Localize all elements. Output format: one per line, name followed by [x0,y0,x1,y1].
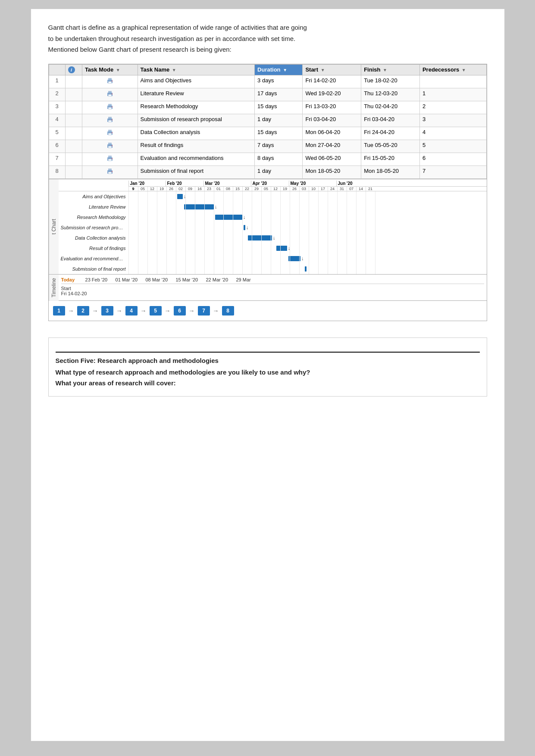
bar-end-arrow: ↓ [273,235,275,241]
row-mode [82,140,138,153]
row-finish: Mon 18-05-20 [361,166,420,178]
start-dropdown-icon[interactable]: ▼ [321,68,325,72]
bar-row: Research Methodology↓ [59,212,487,222]
svg-rect-21 [108,143,112,145]
week-15-mar: 15 [233,187,242,191]
node-3: 3 [101,306,113,316]
taskmode-dropdown-icon[interactable]: ▼ [116,68,120,72]
svg-rect-29 [108,169,112,171]
row-pred: 1 [419,88,486,101]
table-row: 5 Data Collection analysis 15 days Mon 0… [49,127,486,140]
bar-label: Evaluation and recommendations [59,256,128,261]
arrow-4-5: → [141,307,147,314]
row-mode [82,75,138,88]
svg-point-15 [112,119,113,120]
duration-dropdown-icon[interactable]: ▼ [283,68,287,72]
gantt-bar [276,246,287,251]
timeline-start-block: Start Fri 14-02-20 [61,286,484,296]
finish-dropdown-icon[interactable]: ▼ [383,68,387,72]
week-31-may: 31 [337,187,347,191]
week-03-may: 03 [299,187,309,191]
bar-container: ↓ [128,222,487,233]
gantt-bar [288,256,300,261]
bar-end-arrow: ↓ [288,245,291,251]
row-start: Mon 27-04-20 [303,140,361,153]
arrow-1-2: → [68,307,74,314]
node-8: 8 [222,306,234,316]
pred-dropdown-icon[interactable]: ▼ [462,68,466,72]
col-pred-header[interactable]: Predecessors ▼ [419,64,486,75]
row-num: 8 [49,166,65,178]
week-02-feb: 02 [176,187,185,191]
row-taskname: Aims and Objectives [138,75,255,88]
row-pred: 2 [419,101,486,114]
row-pred: 7 [419,166,486,178]
gantt-bar [177,194,183,199]
bar-row: Result of findings↓ [59,243,487,253]
row-duration: 15 days [255,127,303,140]
bar-row: Submission of final report [59,264,487,274]
row-pred: 3 [419,114,486,127]
row-num: 6 [49,140,65,153]
row-start: Wed 06-05-20 [303,153,361,166]
chart-months-header: Jan '20 Feb '20 Mar '20 Apr '20 May '20 … [59,179,487,191]
bar-label: Submission of research proposal [59,225,128,230]
col-taskmode-header[interactable]: Task Mode ▼ [82,64,138,75]
month-feb: Feb '20 [166,181,203,186]
bar-end-arrow: ↓ [184,194,186,200]
row-finish: Fri 24-04-20 [361,127,420,140]
timeline-section: Timeline Today 23 Feb '20 01 Mar '20 08 … [48,275,487,301]
months-row: Jan '20 Feb '20 Mar '20 Apr '20 May '20 … [128,181,487,187]
col-finish-header[interactable]: Finish ▼ [361,64,420,75]
week-9: 9 [128,187,138,191]
week-05-apr: 05 [261,187,271,191]
svg-point-19 [112,132,113,133]
col-duration-header[interactable]: Duration ▼ [255,64,303,75]
task-mode-icon [106,142,114,150]
week-26-jan: 26 [166,187,176,191]
node-box-4: 4 [125,306,138,316]
row-pred: 6 [419,153,486,166]
table-row: 2 Literature Review 17 days Wed 19-02-20… [49,88,486,101]
question-1: What type of research approach and metho… [56,369,480,376]
svg-point-11 [112,106,113,107]
row-mode [82,127,138,140]
svg-rect-6 [108,94,112,96]
row-num: 5 [49,127,65,140]
bar-row: Submission of research proposal↓ [59,222,487,233]
row-duration: 8 days [255,153,303,166]
arrow-5-6: → [165,307,171,314]
bottom-section: Section Five: Research approach and meth… [48,337,487,397]
row-duration: 1 day [255,166,303,178]
week-19-apr: 19 [280,187,290,191]
row-taskname: Evaluation and recommendations [138,153,255,166]
row-mode [82,114,138,127]
week-07-jun: 07 [347,187,356,191]
node-5: 5 [150,306,162,316]
taskname-dropdown-icon[interactable]: ▼ [172,68,176,72]
svg-rect-26 [108,159,112,161]
week-17-may: 17 [318,187,328,191]
chart-section: t Chart Jan '20 Feb '20 Mar '20 Apr '20 … [48,179,487,275]
col-taskname-header[interactable]: Task Name ▼ [138,64,255,75]
gantt-bar [244,225,245,230]
row-taskname: Result of findings [138,140,255,153]
node-4: 4 [125,306,138,316]
bar-container: ↓ [128,233,487,243]
intro-text: Gantt chart is define as a graphical rep… [48,22,487,55]
bar-container: ↓ [128,212,487,222]
row-start: Fri 14-02-20 [303,75,361,88]
bar-label: Aims and Objectives [59,194,128,199]
row-finish: Thu 12-03-20 [361,88,420,101]
bar-label: Result of findings [59,246,128,251]
row-pred: 4 [419,127,486,140]
row-start: Fri 13-03-20 [303,101,361,114]
svg-rect-22 [108,146,112,148]
week-08-mar: 08 [223,187,233,191]
gantt-table: i Task Mode ▼ Task Name ▼ Duration ▼ [49,64,487,179]
col-rownum-header [49,64,65,75]
row-finish: Thu 02-04-20 [361,101,420,114]
col-start-header[interactable]: Start ▼ [303,64,361,75]
task-mode-icon [106,129,114,137]
row-duration: 15 days [255,101,303,114]
